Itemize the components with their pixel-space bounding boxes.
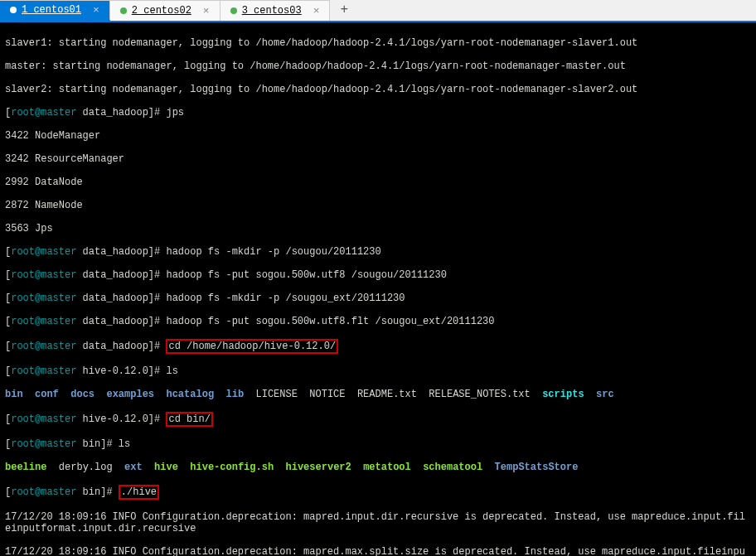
prompt-line: [root@master data_hadoop]# jps — [5, 107, 751, 118]
output-line: 3422 NodeManager — [5, 130, 751, 142]
output-line: 17/12/20 18:09:16 INFO Configuration.dep… — [5, 546, 751, 556]
prompt-line: [root@master bin]# ls — [5, 438, 751, 450]
prompt-line: [root@master data_hadoop]# hadoop fs -pu… — [5, 316, 751, 327]
tab-centos02[interactable]: 2 centos02 × — [110, 0, 220, 21]
close-icon[interactable]: × — [203, 6, 210, 17]
output-line: 3242 ResourceManager — [5, 153, 751, 165]
tab-centos03[interactable]: 3 centos03 × — [220, 0, 331, 21]
prompt-line: [root@master hive-0.12.0]# cd bin/ — [5, 412, 751, 427]
add-tab-button[interactable]: + — [330, 0, 358, 21]
highlight-cd-hive: cd /home/hadoop/hive-0.12.0/ — [166, 339, 338, 354]
highlight-run-hive: ./hive — [119, 485, 159, 500]
highlight-cd-bin: cd bin/ — [166, 412, 212, 427]
output-line: 2992 DataNode — [5, 176, 751, 188]
status-dot-icon — [10, 7, 17, 13]
tab-label: 3 centos03 — [242, 5, 302, 17]
prompt-line: [root@master data_hadoop]# cd /home/hado… — [5, 339, 751, 354]
prompt-line: [root@master hive-0.12.0]# ls — [5, 365, 751, 377]
tab-label: 1 centos01 — [22, 4, 81, 16]
output-line: 2872 NameNode — [5, 200, 751, 211]
prompt-line: [root@master bin]# ./hive — [5, 485, 751, 500]
terminal-output[interactable]: slaver1: starting nodemanager, logging t… — [0, 22, 756, 556]
prompt-line: [root@master data_hadoop]# hadoop fs -mk… — [5, 246, 751, 258]
prompt-line: [root@master data_hadoop]# hadoop fs -pu… — [5, 269, 751, 281]
output-line: slaver2: starting nodemanager, logging t… — [5, 84, 751, 95]
close-icon[interactable]: × — [313, 6, 320, 17]
ls-output: beeline derby.log ext hive hive-config.s… — [5, 462, 751, 473]
prompt-line: [root@master data_hadoop]# hadoop fs -mk… — [5, 293, 751, 304]
ls-output: bin conf docs examples hcatalog lib LICE… — [5, 389, 751, 400]
status-dot-icon — [120, 7, 127, 14]
tab-centos01[interactable]: 1 centos01 × — [0, 0, 110, 21]
output-line: master: starting nodemanager, logging to… — [5, 60, 751, 72]
output-line: 17/12/20 18:09:16 INFO Configuration.dep… — [5, 511, 751, 534]
close-icon[interactable]: × — [93, 5, 99, 16]
status-dot-icon — [230, 7, 237, 14]
tab-bar: 1 centos01 × 2 centos02 × 3 centos03 × + — [0, 0, 756, 22]
output-line: 3563 Jps — [5, 223, 751, 234]
output-line: slaver1: starting nodemanager, logging t… — [5, 37, 751, 49]
tab-label: 2 centos02 — [132, 5, 191, 17]
